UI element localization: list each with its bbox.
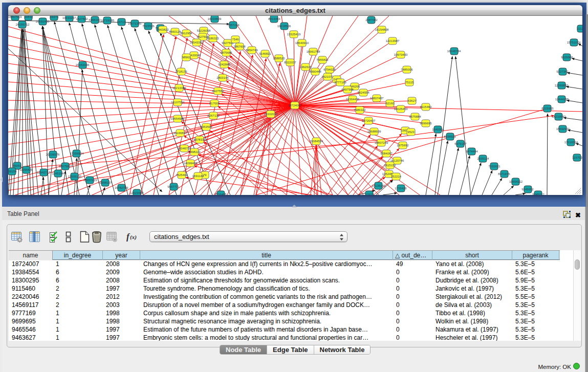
svg-text:8186323: 8186323 [207, 37, 219, 40]
svg-text:16713: 16713 [117, 20, 126, 24]
svg-text:63627: 63627 [408, 99, 417, 102]
svg-text:12942717: 12942717 [37, 171, 51, 174]
svg-text:8813054: 8813054 [268, 17, 280, 20]
svg-text:252214: 252214 [391, 175, 402, 178]
svg-text:20832: 20832 [25, 16, 33, 18]
svg-text:2687682: 2687682 [365, 18, 378, 21]
svg-text:16671385: 16671385 [128, 22, 142, 25]
svg-text:7546: 7546 [232, 38, 239, 41]
svg-text:10975867: 10975867 [59, 165, 73, 168]
svg-text:16961758: 16961758 [307, 50, 320, 53]
svg-text:10025453: 10025453 [394, 107, 408, 111]
svg-text:19218506: 19218506 [277, 25, 291, 28]
svg-text:1621072: 1621072 [321, 75, 334, 78]
svg-text:10958107: 10958107 [98, 181, 112, 184]
svg-text:9242848: 9242848 [218, 63, 230, 66]
svg-text:17359924: 17359924 [70, 152, 84, 155]
svg-text:62160: 62160 [386, 102, 395, 105]
svg-text:817006: 817006 [209, 102, 220, 105]
svg-text:16782759: 16782759 [115, 186, 128, 189]
svg-text:7986322: 7986322 [354, 108, 366, 112]
svg-text:6466160: 6466160 [89, 18, 101, 21]
svg-text:17957223: 17957223 [83, 179, 97, 182]
svg-text:20206576: 20206576 [46, 153, 60, 156]
svg-text:10633267: 10633267 [62, 16, 76, 19]
svg-text:6794028: 6794028 [323, 68, 336, 71]
svg-text:8660124: 8660124 [169, 30, 181, 33]
svg-text:1353594: 1353594 [200, 125, 212, 128]
svg-text:1145194: 1145194 [52, 172, 64, 175]
svg-text:7632621: 7632621 [488, 165, 500, 168]
svg-text:16543382: 16543382 [190, 41, 204, 44]
svg-text:13325419: 13325419 [287, 33, 301, 36]
svg-text:3716485: 3716485 [214, 193, 227, 195]
svg-text:19166827: 19166827 [173, 132, 187, 135]
svg-text:15751074: 15751074 [567, 41, 581, 44]
svg-text:12213389: 12213389 [172, 86, 186, 90]
svg-text:7485006: 7485006 [401, 68, 413, 71]
svg-text:16154808: 16154808 [375, 28, 389, 31]
svg-text:17016504: 17016504 [564, 141, 578, 144]
svg-text:5498222: 5498222 [188, 150, 201, 154]
svg-text:8427552: 8427552 [212, 90, 224, 93]
svg-text:1527602: 1527602 [76, 17, 88, 20]
svg-text:1588520: 1588520 [273, 57, 285, 60]
svg-text:(x): (x) [130, 234, 137, 240]
svg-text:11123: 11123 [577, 27, 582, 30]
svg-text:16210643: 16210643 [552, 115, 566, 118]
svg-text:2718176: 2718176 [175, 70, 187, 73]
svg-text:9523: 9523 [407, 130, 415, 134]
svg-text:8578335: 8578335 [193, 138, 206, 141]
svg-text:8454749: 8454749 [246, 49, 258, 52]
svg-text:8267130: 8267130 [207, 114, 220, 117]
svg-text:9575884: 9575884 [409, 115, 421, 118]
svg-text:7955812: 7955812 [316, 58, 329, 61]
svg-text:19654985: 19654985 [171, 117, 185, 120]
svg-text:19384554: 19384554 [310, 140, 323, 143]
svg-text:1691144: 1691144 [192, 174, 205, 178]
svg-text:15720407: 15720407 [362, 119, 376, 122]
svg-text:12923: 12923 [365, 193, 374, 195]
svg-text:9245652: 9245652 [521, 188, 534, 191]
svg-text:7625402: 7625402 [176, 173, 188, 177]
svg-text:16107554: 16107554 [171, 101, 185, 104]
svg-text:18724007: 18724007 [288, 104, 302, 107]
svg-text:1733426: 1733426 [395, 187, 407, 190]
svg-text:8938923: 8938923 [444, 135, 456, 138]
svg-text:9777169: 9777169 [334, 81, 346, 84]
svg-text:14099488: 14099488 [184, 162, 198, 165]
svg-text:3875685: 3875685 [220, 51, 232, 54]
svg-text:24055712: 24055712 [16, 23, 30, 26]
svg-text:53226058: 53226058 [197, 29, 211, 32]
svg-text:7515526: 7515526 [142, 25, 155, 28]
svg-text:20691406: 20691406 [36, 20, 50, 23]
svg-text:9084067: 9084067 [380, 152, 393, 155]
svg-text:9146821: 9146821 [259, 52, 271, 55]
svg-text:9115460: 9115460 [420, 105, 432, 108]
svg-text:9699695: 9699695 [420, 122, 432, 125]
svg-text:16867519: 16867519 [8, 16, 22, 18]
svg-text:8471676: 8471676 [498, 172, 510, 176]
svg-text:10973493: 10973493 [394, 53, 408, 56]
svg-text:8990448: 8990448 [309, 70, 321, 73]
svg-text:9227342: 9227342 [556, 70, 569, 73]
svg-text:2803144: 2803144 [216, 76, 229, 79]
svg-text:1640954: 1640954 [432, 128, 444, 131]
svg-text:39154: 39154 [8, 170, 17, 173]
svg-text:9245012: 9245012 [532, 193, 545, 195]
svg-text:75115: 75115 [405, 81, 414, 84]
svg-text:45051: 45051 [13, 164, 21, 167]
svg-text:9329966: 9329966 [561, 56, 573, 59]
svg-text:18640910: 18640910 [295, 41, 309, 45]
svg-text:10807487: 10807487 [370, 97, 384, 100]
svg-text:8912954: 8912954 [180, 32, 192, 35]
svg-text:12505135: 12505135 [68, 175, 82, 178]
svg-text:16648784: 16648784 [447, 50, 461, 53]
svg-text:10688609: 10688609 [367, 130, 381, 133]
svg-text:19371: 19371 [50, 16, 59, 18]
svg-text:3624554: 3624554 [357, 91, 369, 94]
svg-text:16033809: 16033809 [208, 17, 222, 20]
svg-text:20053346: 20053346 [76, 63, 90, 67]
svg-text:11156829: 11156829 [19, 168, 33, 171]
svg-text:10719185: 10719185 [101, 19, 115, 22]
